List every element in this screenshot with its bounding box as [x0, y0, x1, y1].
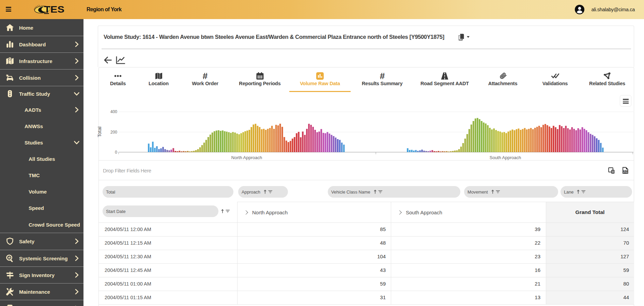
svg-text:0: 0	[115, 150, 117, 155]
svg-text:400: 400	[110, 109, 117, 114]
svg-text:#: #	[203, 72, 208, 80]
svg-text:South Approach: South Approach	[490, 155, 521, 160]
svg-text:200: 200	[110, 130, 117, 135]
svg-text:North Approach: North Approach	[231, 155, 262, 160]
svg-text:Total: Total	[98, 126, 102, 137]
svg-text:#: #	[380, 72, 385, 80]
svg-text:XLS: XLS	[624, 170, 628, 172]
